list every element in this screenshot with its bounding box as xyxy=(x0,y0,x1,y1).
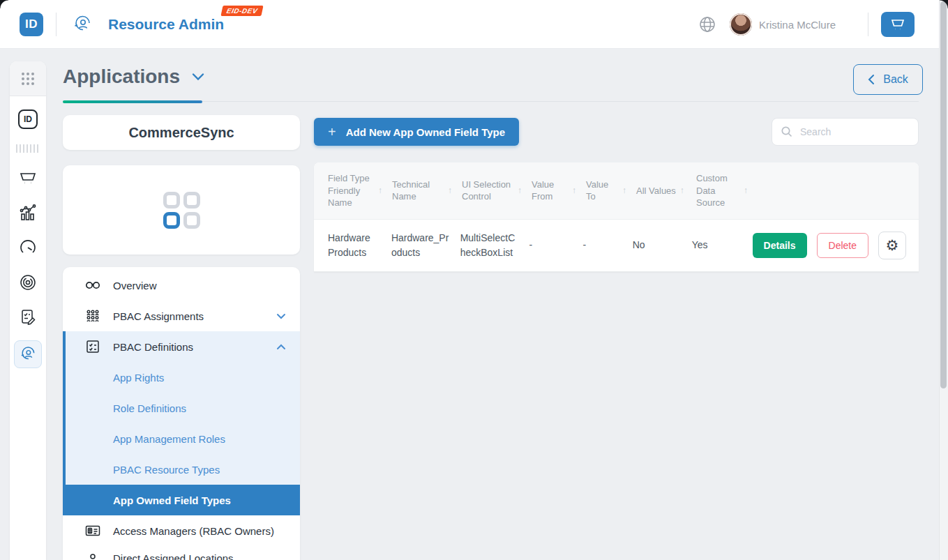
field-types-table: Field Type Friendly Name↑ Technical Name… xyxy=(314,162,919,272)
menu-item-access-managers[interactable]: Access Managers (RBAC Owners) xyxy=(63,515,300,546)
user-menu[interactable]: Kristina McClure xyxy=(730,13,855,36)
menu-item-overview[interactable]: Overview xyxy=(63,270,300,301)
search-input[interactable] xyxy=(800,126,898,137)
sort-icon: ↑ xyxy=(744,185,748,196)
id-badge-icon[interactable]: ID xyxy=(10,102,46,137)
title-underline xyxy=(63,100,919,103)
app-logo-card xyxy=(63,165,300,255)
rail-id-text: ID xyxy=(24,114,32,124)
cell-custom-data-source: Yes xyxy=(692,238,753,252)
column-header[interactable]: UI Selection Control↑ xyxy=(462,179,532,203)
resource-admin-rail-item[interactable] xyxy=(10,335,46,374)
company-logo[interactable]: ID xyxy=(20,13,43,36)
menu-label: PBAC Resource Types xyxy=(113,464,286,476)
back-button-label: Back xyxy=(883,73,908,86)
glasses-icon xyxy=(84,280,102,290)
app-nav-menu: Overview PBAC Assignments xyxy=(63,267,300,560)
cart-rail-icon[interactable] xyxy=(10,160,46,195)
menu-item-direct-assigned-locations[interactable]: Direct Assigned Locations xyxy=(63,546,300,560)
barcode-icon xyxy=(10,137,46,160)
sort-icon: ↑ xyxy=(572,185,576,196)
cart-icon xyxy=(890,17,905,31)
document-edit-icon[interactable] xyxy=(10,300,46,335)
people-group-icon xyxy=(84,309,102,323)
gear-icon: ⚙ xyxy=(886,238,899,252)
column-header[interactable]: Value From↑ xyxy=(532,179,586,203)
gauge-icon[interactable] xyxy=(10,230,46,265)
column-header[interactable]: All Values↑ xyxy=(636,185,696,197)
app-title: Resource Admin xyxy=(108,16,224,33)
menu-item-app-rights[interactable]: App Rights xyxy=(66,362,300,393)
user-sync-icon xyxy=(19,345,37,363)
menu-label: Overview xyxy=(113,280,286,292)
delete-button[interactable]: Delete xyxy=(817,233,868,258)
app-header: ID Resource Admin EID-DEV Kristina McClu… xyxy=(0,0,948,49)
avatar xyxy=(730,13,752,36)
menu-label: Direct Assigned Locations xyxy=(113,552,286,560)
cell-friendly-name: Hardware Products xyxy=(328,231,391,260)
table-toolbar: + Add New App Owned Field Type xyxy=(314,118,919,146)
sort-icon: ↑ xyxy=(622,185,626,196)
menu-item-pbac-resource-types[interactable]: PBAC Resource Types xyxy=(66,454,300,485)
cell-value-from: - xyxy=(529,238,582,252)
add-new-field-type-button[interactable]: + Add New App Owned Field Type xyxy=(314,118,519,146)
sort-icon: ↑ xyxy=(448,185,452,196)
pbac-definitions-group: PBAC Definitions App Rights Role Definit… xyxy=(63,331,300,485)
add-button-label: Add New App Owned Field Type xyxy=(346,126,505,138)
logo-text: ID xyxy=(25,17,38,31)
menu-label: App Owned Field Types xyxy=(113,494,286,506)
column-header[interactable]: Technical Name↑ xyxy=(392,179,462,203)
row-settings-button[interactable]: ⚙ xyxy=(878,232,906,259)
app-logo xyxy=(163,192,200,229)
header-divider xyxy=(868,13,868,36)
app-name: CommerceSync xyxy=(128,125,234,141)
id-card-icon xyxy=(84,524,102,538)
table-header-row: Field Type Friendly Name↑ Technical Name… xyxy=(314,162,919,220)
menu-label: PBAC Definitions xyxy=(113,341,276,353)
menu-label: App Rights xyxy=(113,372,286,384)
checklist-icon xyxy=(84,339,102,354)
scrollbar[interactable] xyxy=(939,0,948,560)
window-corner xyxy=(0,0,8,8)
column-header[interactable]: Field Type Friendly Name↑ xyxy=(328,172,392,209)
cart-button[interactable] xyxy=(881,12,915,37)
details-button[interactable]: Details xyxy=(753,233,807,258)
cell-all-values: No xyxy=(633,238,692,252)
chevron-left-icon xyxy=(868,74,875,85)
sort-icon: ↑ xyxy=(518,185,522,196)
menu-item-role-definitions[interactable]: Role Definitions xyxy=(66,393,300,423)
menu-label: Role Definitions xyxy=(113,402,286,414)
globe-icon[interactable] xyxy=(698,15,717,34)
chevron-down-icon[interactable] xyxy=(191,72,205,82)
menu-item-pbac-assignments[interactable]: PBAC Assignments xyxy=(63,301,300,331)
menu-item-app-management-roles[interactable]: App Management Roles xyxy=(66,423,300,454)
page-title: Applications xyxy=(63,66,180,88)
app-name-card: CommerceSync xyxy=(63,115,300,150)
menu-label: PBAC Assignments xyxy=(113,310,276,322)
search-box xyxy=(772,118,919,146)
sort-icon: ↑ xyxy=(378,185,382,196)
environment-badge: EID-DEV xyxy=(220,6,263,16)
header-divider xyxy=(56,13,57,36)
fingerprint-icon[interactable] xyxy=(10,265,46,300)
user-sync-icon xyxy=(72,14,93,35)
table-row: Hardware Products Hardware_Products Mult… xyxy=(314,220,919,272)
chevron-down-icon xyxy=(276,313,286,319)
column-header[interactable]: Value To↑ xyxy=(586,179,636,203)
scrollbar-thumb[interactable] xyxy=(940,1,947,388)
plus-icon: + xyxy=(328,124,336,140)
person-location-icon xyxy=(84,552,102,560)
user-name: Kristina McClure xyxy=(759,19,836,31)
back-button[interactable]: Back xyxy=(853,64,923,95)
app-launcher-grid-icon[interactable] xyxy=(10,61,46,96)
analytics-icon[interactable] xyxy=(10,195,46,230)
window-corner xyxy=(940,0,948,8)
menu-item-app-owned-field-types[interactable]: App Owned Field Types xyxy=(63,485,300,515)
menu-label: App Management Roles xyxy=(113,433,286,445)
column-header[interactable]: Custom Data Source↑ xyxy=(696,172,758,209)
cell-value-to: - xyxy=(583,238,633,252)
chevron-up-icon xyxy=(276,344,286,350)
menu-item-pbac-definitions[interactable]: PBAC Definitions xyxy=(66,331,300,362)
sort-icon: ↑ xyxy=(680,185,684,196)
search-icon xyxy=(781,126,793,138)
